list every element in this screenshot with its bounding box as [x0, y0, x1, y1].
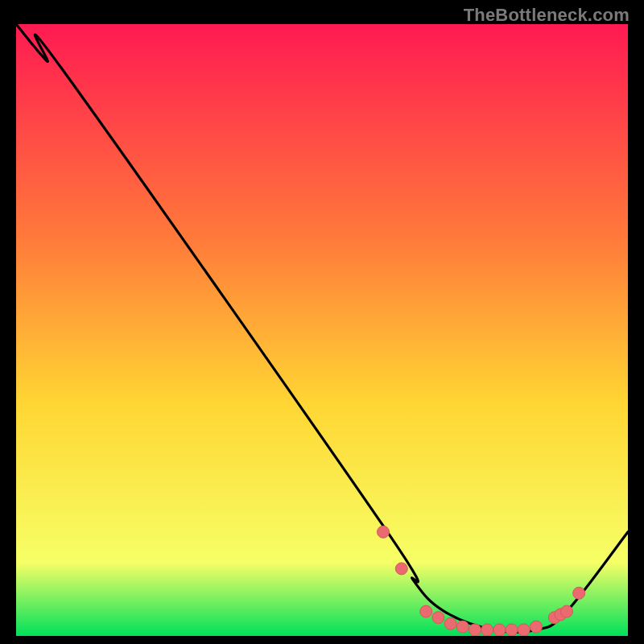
curve-marker: [573, 587, 585, 599]
curve-marker: [481, 624, 493, 636]
chart-svg: [16, 24, 628, 636]
curve-marker: [561, 605, 573, 617]
curve-marker: [530, 621, 543, 633]
gradient-background: [16, 24, 628, 636]
curve-marker: [395, 563, 407, 575]
curve-marker: [493, 624, 506, 636]
chart-frame: [16, 24, 628, 636]
curve-marker: [456, 621, 469, 633]
watermark-text: TheBottleneck.com: [464, 5, 630, 26]
curve-marker: [469, 624, 481, 636]
curve-marker: [518, 624, 530, 636]
curve-marker: [444, 617, 456, 630]
curve-marker: [432, 612, 444, 624]
curve-marker: [420, 605, 432, 617]
curve-marker: [378, 526, 390, 538]
curve-marker: [506, 624, 518, 636]
